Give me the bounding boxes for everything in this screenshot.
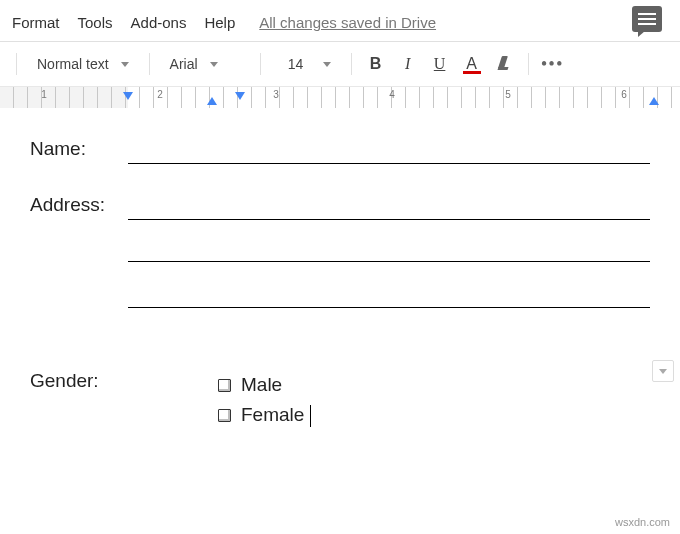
underline-button[interactable]: U [426,50,454,78]
checkbox-icon [218,409,231,422]
address-row: Address: [30,192,650,220]
font-size-value: 14 [281,56,311,72]
paragraph-style-select[interactable]: Normal text [27,50,139,78]
watermark-text: wsxdn.com [615,516,670,528]
text-color-button[interactable]: A [458,50,486,78]
gender-label: Gender: [30,370,210,431]
ruler-first-line-indent[interactable] [123,92,133,100]
more-toolbar-button[interactable]: ••• [539,50,567,78]
ruler-number: 1 [41,89,47,100]
gender-options: Male Female [218,370,311,431]
save-status-link[interactable]: All changes saved in Drive [259,14,436,31]
gender-row: Gender: Male Female [30,370,650,431]
ruler-number: 3 [273,89,279,100]
font-family-label: Arial [170,56,198,72]
comment-icon [638,13,656,25]
ruler-tab-stop[interactable] [235,92,245,100]
font-size-select[interactable]: 14 [271,50,341,78]
paragraph-style-label: Normal text [37,56,109,72]
menu-format[interactable]: Format [12,14,60,31]
ruler-number: 2 [157,89,163,100]
address-input-line-3[interactable] [128,284,650,308]
menu-bar: Format Tools Add-ons Help All changes sa… [0,0,680,41]
address-extra-lines [30,238,650,308]
checkbox-icon [218,379,231,392]
ruler-number: 5 [505,89,511,100]
menu-help[interactable]: Help [204,14,235,31]
address-input-line-2[interactable] [128,238,650,262]
address-input-line-1[interactable] [128,192,650,220]
italic-button[interactable]: I [394,50,422,78]
name-label: Name: [30,138,120,164]
ruler-ticks [0,87,680,108]
highlighter-icon [494,54,514,74]
gender-option-male[interactable]: Male [218,370,311,400]
format-toolbar: Normal text Arial 14 B I U A ••• [0,42,680,86]
ruler-left-indent[interactable] [207,97,217,105]
text-caret [310,405,311,427]
chevron-down-icon [323,62,331,67]
highlight-color-button[interactable] [490,50,518,78]
chevron-down-icon [210,62,218,67]
chevron-down-icon [121,62,129,67]
chevron-down-icon [659,369,667,374]
name-row: Name: [30,136,650,164]
gender-option-female[interactable]: Female [218,400,311,430]
ruler-right-indent[interactable] [649,97,659,105]
gender-option-label: Male [241,370,282,400]
address-label: Address: [30,194,120,220]
open-comments-button[interactable] [632,6,662,32]
name-input-line[interactable] [128,136,650,164]
gender-option-label: Female [241,400,304,430]
ruler-number: 4 [389,89,395,100]
horizontal-ruler[interactable]: 1 2 3 4 5 6 [0,86,680,108]
menu-tools[interactable]: Tools [78,14,113,31]
font-family-select[interactable]: Arial [160,50,250,78]
ruler-number: 6 [621,89,627,100]
document-page[interactable]: Name: Address: Gender: Male Female [0,108,680,441]
explore-button[interactable] [652,360,674,382]
menu-addons[interactable]: Add-ons [131,14,187,31]
bold-button[interactable]: B [362,50,390,78]
